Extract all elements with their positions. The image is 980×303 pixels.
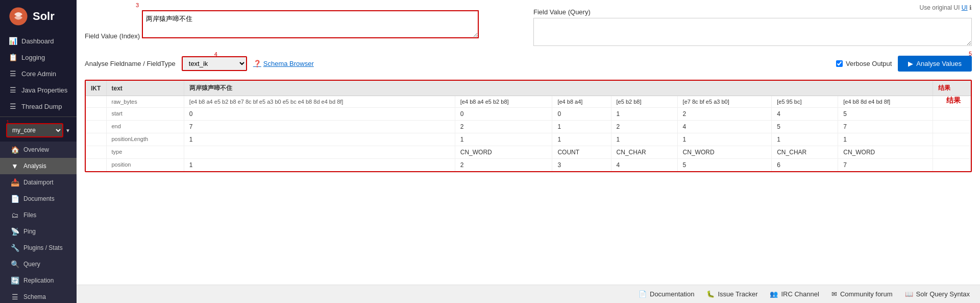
schema-browser-label: Schema Browser (263, 60, 314, 67)
full-raw-bytes: [e4 b8 a4 e5 b2 b8 e7 8c bf e5 a3 b0 e5 … (184, 96, 455, 108)
documentation-icon: 📄 (639, 290, 647, 298)
sidebar-item-thread-dump[interactable]: ☰ Thread Dump (0, 98, 77, 114)
issue-tracker-label: Issue Tracker (718, 290, 757, 298)
solr-logo-icon (8, 6, 29, 27)
sidebar-label-documents: Documents (23, 195, 55, 202)
ikt-cell (86, 96, 106, 108)
analysis-icon: ▼ (10, 162, 19, 170)
token5-raw: [e4 b8 8d e4 bd 8f] (838, 96, 933, 108)
sidebar-label-java-properties: Java Properties (21, 86, 67, 94)
files-icon: 🗂 (10, 211, 19, 219)
end-row: end 7 212457 (86, 121, 971, 133)
schema-browser-link[interactable]: ❓ Schema Browser (253, 60, 314, 67)
irc-channel-link[interactable]: 👥 IRC Channel (770, 290, 819, 298)
sidebar-label-plugins: Plugins / Stats (23, 244, 63, 251)
replication-icon: 🔄 (10, 276, 19, 285)
token0-raw: [e4 b8 a4 e5 b2 b8] (455, 96, 552, 108)
sidebar-label-analysis: Analysis (23, 162, 46, 170)
analyse-values-button[interactable]: ▶ Analyse Values (898, 56, 972, 72)
documentation-label: Documentation (650, 290, 694, 298)
col-main-text-header: 两岸猿声啼不住 (184, 81, 933, 96)
col-text-header: text (106, 81, 184, 96)
token2-raw: [e5 b2 b8] (611, 96, 677, 108)
irc-channel-label: IRC Channel (781, 290, 819, 298)
start-label: start (106, 108, 184, 121)
field-value-row: 3 Field Value (Index) <span data-bind="m… (85, 8, 972, 48)
position-length-row: positionLength 1 111111 (86, 133, 971, 146)
sidebar-label-ping: Ping (23, 228, 36, 235)
community-forum-link[interactable]: ✉ Community forum (831, 290, 893, 298)
position-length-label: positionLength (106, 133, 184, 146)
analysis-table-container: IKT text 两岸猿声啼不住 结果 raw_bytes (85, 80, 972, 172)
full-type (184, 146, 455, 159)
token3-raw: [e7 8c bf e5 a3 b0] (677, 96, 772, 108)
analyse-values-label: Analyse Values (916, 60, 962, 67)
field-value-index-input[interactable]: <span data-bind="main.field_value_index.… (142, 10, 479, 38)
sidebar-label-dataimport: Dataimport (23, 179, 54, 186)
field-value-index-label: Field Value (Index) (85, 32, 140, 40)
solr-query-syntax-label: Solr Query Syntax (916, 290, 970, 298)
sidebar-label-query: Query (23, 261, 40, 268)
core-navigation: 🏠 Overview ▼ Analysis 📥 Dataimport 📄 Doc… (0, 142, 77, 303)
ikt-cell-2 (86, 108, 106, 121)
documentation-link[interactable]: 📄 Documentation (639, 290, 694, 298)
community-forum-label: Community forum (840, 290, 893, 298)
sidebar-item-dataimport[interactable]: 📥 Dataimport (0, 174, 77, 191)
issue-tracker-link[interactable]: 🐛 Issue Tracker (706, 290, 757, 298)
use-original-text: Use original UI (920, 4, 960, 11)
core-select[interactable]: my_core (6, 123, 63, 137)
core-admin-icon: ☰ (8, 69, 17, 78)
start-row: start 0 001245 (86, 108, 971, 121)
main-content: 3 Field Value (Index) <span data-bind="m… (77, 0, 980, 303)
documents-icon: 📄 (10, 195, 19, 203)
analyse-fieldname-label: Analyse Fieldname / FieldType (85, 60, 176, 67)
sidebar-item-files[interactable]: 🗂 Files (0, 207, 77, 223)
sidebar-item-schema[interactable]: ☰ Schema (0, 289, 77, 303)
schema-icon: ☰ (10, 293, 19, 301)
question-icon: ❓ (253, 60, 261, 67)
sidebar-item-ping[interactable]: 📡 Ping (0, 223, 77, 240)
ikt-header: IKT (86, 81, 106, 96)
sidebar-item-plugins[interactable]: 🔧 Plugins / Stats (0, 240, 77, 256)
sidebar-item-query[interactable]: 🔍 Query (0, 256, 77, 272)
sidebar-item-core-admin[interactable]: ☰ Core Admin (0, 65, 77, 82)
sidebar-item-overview[interactable]: 🏠 Overview (0, 142, 77, 158)
sidebar: Solr 📊 Dashboard 📋 Logging ☰ Core Admin … (0, 0, 77, 303)
analysis-content: 3 Field Value (Index) <span data-bind="m… (77, 0, 980, 285)
thread-dump-icon: ☰ (8, 102, 17, 110)
sidebar-item-replication[interactable]: 🔄 Replication (0, 272, 77, 289)
sidebar-item-java-properties[interactable]: ☰ Java Properties (0, 82, 77, 98)
irc-channel-icon: 👥 (770, 290, 778, 298)
sidebar-label-dashboard: Dashboard (21, 37, 54, 45)
sidebar-label-overview: Overview (23, 146, 49, 153)
field-value-query-section: Field Value (Query) (523, 8, 972, 48)
sidebar-label-replication: Replication (23, 277, 54, 284)
field-value-index-section: 3 Field Value (Index) <span data-bind="m… (85, 8, 523, 40)
core-selector: 1 my_core ▼ (6, 123, 70, 137)
raw-bytes-row: raw_bytes [e4 b8 a4 e5 b2 b8 e7 8c bf e5… (86, 96, 971, 108)
analyse-values-container: 5 ▶ Analyse Values (898, 56, 972, 72)
info-icon: ℹ (969, 4, 972, 11)
sidebar-item-analysis[interactable]: ▼ Analysis (0, 158, 77, 174)
ping-icon: 📡 (10, 227, 19, 236)
full-position: 1 (184, 159, 455, 172)
field-value-query-input[interactable] (533, 18, 972, 46)
java-properties-icon: ☰ (8, 86, 17, 94)
type-label: type (106, 146, 184, 159)
verbose-output-checkbox[interactable] (836, 60, 843, 67)
verbose-output-label: Verbose Output (846, 60, 892, 67)
solr-query-syntax-link[interactable]: 📖 Solr Query Syntax (905, 290, 970, 298)
sidebar-item-logging[interactable]: 📋 Logging (0, 49, 77, 65)
logo-area: Solr (0, 0, 77, 33)
community-forum-icon: ✉ (831, 290, 837, 298)
end-label: end (106, 121, 184, 133)
original-ui-link[interactable]: UI (962, 4, 968, 11)
overview-icon: 🏠 (10, 146, 19, 154)
core-dropdown-icon: ▼ (65, 128, 70, 133)
sidebar-item-dashboard[interactable]: 📊 Dashboard (0, 33, 77, 49)
result-annotation-text: 结果 (946, 96, 961, 105)
sidebar-label-logging: Logging (21, 54, 45, 61)
fieldtype-select[interactable]: text_ik text_general string (182, 56, 247, 71)
sidebar-item-documents[interactable]: 📄 Documents (0, 191, 77, 207)
logo-text: Solr (33, 10, 55, 23)
